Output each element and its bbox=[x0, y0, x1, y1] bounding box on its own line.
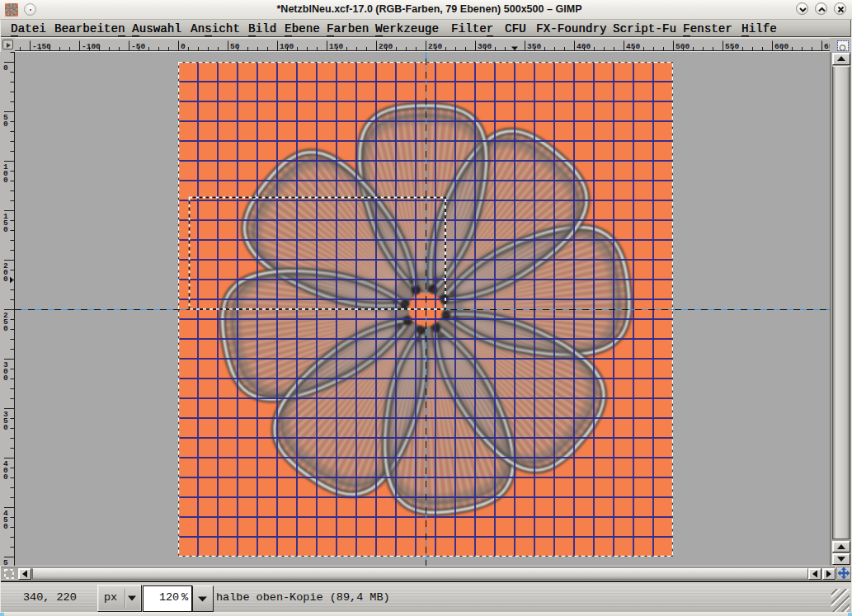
svg-text:0: 0 bbox=[3, 473, 8, 482]
svg-text:150: 150 bbox=[329, 42, 343, 51]
svg-text:0: 0 bbox=[3, 423, 8, 432]
svg-text:300: 300 bbox=[478, 42, 492, 51]
svg-text:0: 0 bbox=[3, 374, 8, 383]
svg-text:0: 0 bbox=[3, 275, 8, 284]
svg-text:0: 0 bbox=[3, 565, 8, 566]
svg-text:100: 100 bbox=[280, 42, 294, 51]
svg-text:450: 450 bbox=[626, 42, 640, 51]
svg-text:0: 0 bbox=[3, 120, 8, 129]
svg-text:200: 200 bbox=[379, 42, 393, 51]
svg-text:0: 0 bbox=[3, 522, 8, 531]
svg-text:0: 0 bbox=[3, 225, 8, 234]
svg-text:400: 400 bbox=[577, 42, 591, 51]
svg-text:-150: -150 bbox=[32, 42, 51, 51]
svg-text:0: 0 bbox=[3, 324, 8, 333]
svg-text:-100: -100 bbox=[82, 42, 101, 51]
svg-text:-50: -50 bbox=[131, 42, 145, 51]
svg-text:500: 500 bbox=[675, 42, 690, 51]
svg-text:250: 250 bbox=[428, 42, 442, 51]
svg-text:50: 50 bbox=[230, 42, 240, 51]
svg-text:650: 650 bbox=[824, 42, 830, 51]
svg-text:0: 0 bbox=[3, 176, 8, 185]
svg-text:0: 0 bbox=[3, 63, 8, 73]
svg-text:600: 600 bbox=[774, 42, 788, 51]
svg-text:350: 350 bbox=[527, 42, 541, 51]
svg-text:550: 550 bbox=[725, 42, 739, 51]
svg-text:0: 0 bbox=[181, 42, 186, 51]
